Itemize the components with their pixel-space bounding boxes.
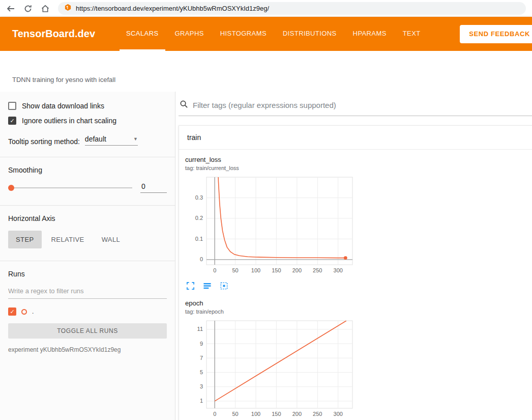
tab-graphs[interactable]: GRAPHS <box>168 17 211 51</box>
fullscreen-icon[interactable] <box>186 282 195 290</box>
svg-text:250: 250 <box>313 411 322 417</box>
runs-label: Runs <box>8 270 167 278</box>
svg-text:100: 100 <box>251 411 260 417</box>
svg-text:0: 0 <box>213 411 216 417</box>
tensorboard-favicon <box>64 4 72 13</box>
svg-text:1: 1 <box>200 398 203 404</box>
search-icon <box>180 100 188 110</box>
svg-text:5: 5 <box>200 369 203 375</box>
horizontal-axis-label: Horizontal Axis <box>8 214 167 222</box>
slider-thumb[interactable] <box>8 185 14 191</box>
send-feedback-button[interactable]: SEND FEEDBACK <box>460 25 532 43</box>
horizontal-axis-buttons: STEPRELATIVEWALL <box>8 231 167 248</box>
chart-card-current_loss: current_losstag: train/current_loss05010… <box>185 156 357 290</box>
tab-text[interactable]: TEXT <box>396 17 427 51</box>
filter-tags-input[interactable] <box>193 101 532 109</box>
train-group-card: train current_losstag: train/current_los… <box>179 125 532 420</box>
tab-scalars[interactable]: SCALARS <box>120 17 165 51</box>
svg-text:0.2: 0.2 <box>195 215 203 221</box>
svg-text:100: 100 <box>251 267 260 273</box>
runs-filter-input[interactable] <box>8 287 167 299</box>
chart-card-epoch: epochtag: train/epoch0501001502002503001… <box>185 299 357 420</box>
chart-actions <box>185 278 357 290</box>
tooltip-sorting-label: Tooltip sorting method: <box>8 137 80 146</box>
experiment-subheader: TDNN training for yesno with icefall <box>0 51 532 92</box>
svg-text:150: 150 <box>272 411 281 417</box>
divider <box>0 261 175 261</box>
refresh-icon[interactable] <box>23 4 33 13</box>
svg-text:0.3: 0.3 <box>195 194 203 201</box>
tooltip-sorting-dropdown[interactable]: default ▼ <box>85 135 138 146</box>
smoothing-slider[interactable] <box>8 187 132 188</box>
axis-button-relative[interactable]: RELATIVE <box>44 231 92 248</box>
scalars-main: train current_losstag: train/current_los… <box>175 92 532 420</box>
nav-tabs: SCALARSGRAPHSHISTOGRAMSDISTRIBUTIONSHPAR… <box>120 17 427 51</box>
tab-histograms[interactable]: HISTOGRAMS <box>214 17 273 51</box>
divider <box>0 157 175 157</box>
svg-text:150: 150 <box>272 267 281 273</box>
svg-text:200: 200 <box>292 267 302 273</box>
experiment-note: experiment yKUbhb5wRmOSXYkId1z9eg <box>8 346 167 353</box>
scalar-chart[interactable]: 0501001502002503001357911 <box>185 318 357 419</box>
chevron-down-icon: ▼ <box>133 136 138 142</box>
brand-logo: TensorBoard.dev <box>12 28 95 40</box>
chart-title: current_loss <box>185 156 357 163</box>
svg-text:300: 300 <box>334 267 343 273</box>
chart-title: epoch <box>185 299 357 307</box>
address-bar[interactable]: https://tensorboard.dev/experiment/yKUbh… <box>58 2 526 15</box>
fit-domain-icon[interactable] <box>220 282 228 290</box>
svg-text:0.1: 0.1 <box>195 236 203 242</box>
experiment-title: TDNN training for yesno with icefall <box>12 76 115 83</box>
run-color-swatch-icon <box>21 309 27 315</box>
settings-sidebar: Show data download links ✓ Ignore outlie… <box>0 92 175 420</box>
app-header: TensorBoard.dev SCALARSGRAPHSHISTOGRAMSD… <box>0 17 532 51</box>
url-text: https://tensorboard.dev/experiment/yKUbh… <box>76 5 269 12</box>
scalar-chart[interactable]: 05010015020025030000.10.20.3 <box>185 174 357 276</box>
run-checkbox[interactable]: ✓ <box>8 307 16 316</box>
runs-table-icon[interactable] <box>203 282 212 290</box>
run-name: . <box>32 308 34 315</box>
ignore-outliers-label: Ignore outliers in chart scaling <box>22 117 116 125</box>
svg-text:50: 50 <box>232 411 238 417</box>
tab-hparams[interactable]: HPARAMS <box>346 17 393 51</box>
tab-distributions[interactable]: DISTRIBUTIONS <box>276 17 343 51</box>
svg-text:300: 300 <box>334 411 343 417</box>
charts-grid: current_losstag: train/current_loss05010… <box>179 150 532 420</box>
svg-text:9: 9 <box>200 341 203 347</box>
svg-text:50: 50 <box>232 267 238 273</box>
show-download-label: Show data download links <box>22 102 104 110</box>
ignore-outliers-checkbox[interactable]: ✓ <box>8 117 16 125</box>
browser-toolbar: https://tensorboard.dev/experiment/yKUbh… <box>0 0 532 17</box>
svg-text:250: 250 <box>313 267 322 273</box>
chart-tag: tag: train/epoch <box>185 309 357 315</box>
svg-text:3: 3 <box>200 383 203 389</box>
smoothing-label: Smoothing <box>8 166 167 174</box>
show-download-checkbox[interactable] <box>8 102 16 110</box>
smoothing-value[interactable]: 0 <box>140 182 167 193</box>
svg-text:0: 0 <box>200 256 203 262</box>
toggle-all-runs-button[interactable]: TOGGLE ALL RUNS <box>8 323 167 339</box>
divider <box>0 205 175 206</box>
svg-text:0: 0 <box>213 267 216 273</box>
axis-button-step[interactable]: STEP <box>8 231 42 248</box>
back-icon[interactable] <box>6 4 15 13</box>
chart-tag: tag: train/current_loss <box>185 165 357 171</box>
group-header-train[interactable]: train <box>179 126 532 150</box>
svg-text:7: 7 <box>200 355 203 361</box>
home-icon[interactable] <box>41 4 50 13</box>
svg-text:11: 11 <box>197 326 203 332</box>
axis-button-wall[interactable]: WALL <box>94 231 128 248</box>
svg-text:200: 200 <box>292 411 302 417</box>
